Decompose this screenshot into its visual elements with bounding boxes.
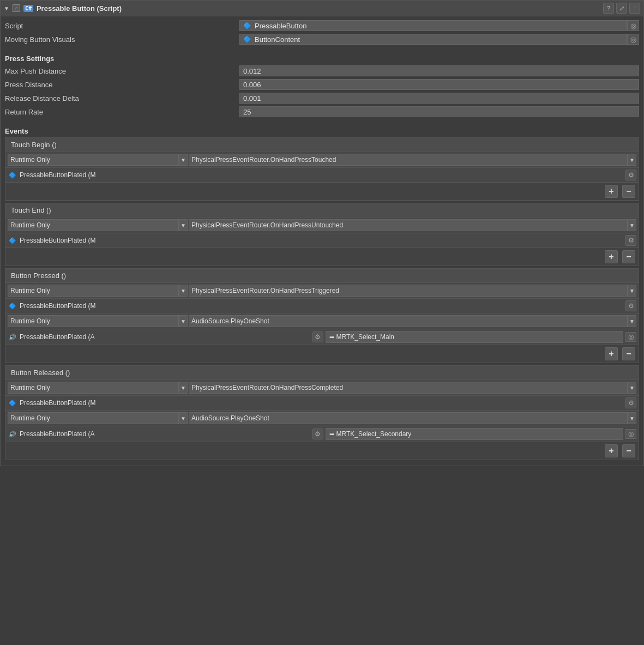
button-pressed-obj-name2: PressableButtonPlated (A xyxy=(20,333,310,341)
button-released-asset-name: MRTK_Select_Secondary xyxy=(336,430,412,438)
button-pressed-left-arrow2: ▼ xyxy=(179,315,188,327)
max-push-distance-row: Max Push Distance 0.012 xyxy=(5,65,639,77)
button-pressed-right-arrow1: ▼ xyxy=(628,285,636,297)
button-pressed-audio-row: 🔊 PressableButtonPlated (A ⚙ ➡ MRTK_Sele… xyxy=(5,329,639,345)
button-released-asset-arrow-icon: ➡ xyxy=(329,431,334,438)
button-released-audio-row: 🔊 PressableButtonPlated (A ⚙ ➡ MRTK_Sele… xyxy=(5,426,639,442)
cs-badge: C# xyxy=(23,5,33,12)
button-pressed-left-select1[interactable]: Runtime Only xyxy=(8,285,179,297)
button-released-asset-gear[interactable]: ◎ xyxy=(625,429,636,439)
component-header: ▼ ✓ C# Pressable Button (Script) ? ⤢ ⋮ xyxy=(1,1,643,16)
button-released-title: Button Released () xyxy=(5,366,639,380)
press-distance-row: Press Distance 0.006 xyxy=(5,79,639,91)
resize-icon[interactable]: ⤢ xyxy=(616,3,627,14)
moving-visuals-value: 🔷 ButtonContent xyxy=(239,34,627,45)
button-pressed-obj-gear2[interactable]: ⚙ xyxy=(312,331,323,342)
button-released-minus-btn[interactable]: − xyxy=(622,444,635,457)
button-pressed-asset-arrow-icon: ➡ xyxy=(329,334,334,341)
touch-begin-left-arrow: ▼ xyxy=(179,154,188,166)
button-pressed-asset-gear[interactable]: ◎ xyxy=(625,332,636,342)
press-settings-header: Press Settings xyxy=(5,55,639,63)
button-released-right-select2[interactable]: AudioSource.PlayOneShot xyxy=(189,412,628,424)
button-pressed-right-select2[interactable]: AudioSource.PlayOneShot xyxy=(189,315,628,327)
button-released-left-arrow2: ▼ xyxy=(179,412,188,424)
touch-begin-obj-name: PressableButtonPlated (M xyxy=(20,171,623,179)
button-pressed-audio-asset: ➡ MRTK_Select_Main xyxy=(326,331,624,343)
touch-begin-minus-btn[interactable]: − xyxy=(622,185,635,198)
return-rate-label: Return Rate xyxy=(5,108,239,116)
button-released-group: Button Released () Runtime Only ▼ Physic… xyxy=(5,365,639,460)
button-released-dropdown-row1: Runtime Only ▼ PhysicalPressEventRouter.… xyxy=(5,380,639,396)
help-icon[interactable]: ? xyxy=(603,3,614,14)
button-pressed-audio-icon: 🔊 xyxy=(8,332,17,342)
max-push-distance-value[interactable]: 0.012 xyxy=(239,65,639,76)
button-pressed-asset-name: MRTK_Select_Main xyxy=(336,333,395,341)
touch-begin-right-dropdown: PhysicalPressEventRouter.OnHandPressTouc… xyxy=(189,154,636,166)
button-released-obj-icon1: 🔷 xyxy=(8,398,17,408)
moving-visuals-target-icon[interactable]: ◎ xyxy=(627,34,639,45)
touch-begin-right-select[interactable]: PhysicalPressEventRouter.OnHandPressTouc… xyxy=(189,154,628,166)
component-panel: ▼ ✓ C# Pressable Button (Script) ? ⤢ ⋮ S… xyxy=(0,0,644,466)
touch-end-plus-btn[interactable]: + xyxy=(605,250,618,263)
release-distance-row: Release Distance Delta 0.001 xyxy=(5,92,639,104)
button-pressed-left-select2[interactable]: Runtime Only xyxy=(8,315,179,327)
enabled-checkbox[interactable]: ✓ xyxy=(13,4,20,12)
touch-begin-title: Touch Begin () xyxy=(5,138,639,152)
script-value: 🔷 PressableButton xyxy=(239,20,627,31)
collapse-arrow[interactable]: ▼ xyxy=(4,5,9,11)
button-released-footer: + − xyxy=(5,442,639,460)
moving-visuals-row: Moving Button Visuals 🔷 ButtonContent ◎ xyxy=(5,33,639,45)
touch-begin-dropdown-row: Runtime Only ▼ PhysicalPressEventRouter.… xyxy=(5,152,639,168)
script-target-icon[interactable]: ◎ xyxy=(627,20,639,31)
button-pressed-minus-btn[interactable]: − xyxy=(622,347,635,360)
button-released-obj-name1: PressableButtonPlated (M xyxy=(20,399,623,407)
touch-begin-right-arrow: ▼ xyxy=(628,154,636,166)
max-push-distance-label: Max Push Distance xyxy=(5,67,239,75)
button-pressed-right-select1[interactable]: PhysicalPressEventRouter.OnHandPressTrig… xyxy=(189,285,628,297)
touch-end-obj-gear[interactable]: ⚙ xyxy=(625,235,636,246)
touch-end-left-select[interactable]: Runtime Only xyxy=(8,219,179,231)
touch-end-title: Touch End () xyxy=(5,203,639,218)
button-released-left-select2[interactable]: Runtime Only xyxy=(8,412,179,424)
touch-begin-left-select[interactable]: Runtime Only xyxy=(8,154,179,166)
script-cs-icon: 🔷 xyxy=(243,22,251,29)
release-distance-label: Release Distance Delta xyxy=(5,94,239,103)
press-distance-value[interactable]: 0.006 xyxy=(239,79,639,90)
button-released-object-row1: 🔷 PressableButtonPlated (M ⚙ xyxy=(5,396,639,411)
button-released-dropdown-row2: Runtime Only ▼ AudioSource.PlayOneShot ▼ xyxy=(5,411,639,426)
button-released-plus-btn[interactable]: + xyxy=(605,444,618,457)
button-released-right-arrow2: ▼ xyxy=(628,412,636,424)
button-pressed-left-dropdown2: Runtime Only ▼ xyxy=(8,315,188,327)
button-released-audio-asset: ➡ MRTK_Select_Secondary xyxy=(326,428,624,440)
touch-end-footer: + − xyxy=(5,248,639,266)
button-pressed-right-arrow2: ▼ xyxy=(628,315,636,327)
button-released-left-dropdown1: Runtime Only ▼ xyxy=(8,382,188,394)
touch-begin-obj-icon: 🔷 xyxy=(8,170,17,180)
button-pressed-obj-icon1: 🔷 xyxy=(8,301,17,311)
touch-begin-obj-gear[interactable]: ⚙ xyxy=(625,170,636,180)
button-pressed-obj-gear1[interactable]: ⚙ xyxy=(625,300,636,311)
button-pressed-group: Button Pressed () Runtime Only ▼ Physica… xyxy=(5,268,639,363)
touch-end-obj-icon: 🔷 xyxy=(8,236,17,245)
button-pressed-left-dropdown1: Runtime Only ▼ xyxy=(8,285,188,297)
touch-end-right-dropdown: PhysicalPressEventRouter.OnHandPressUnto… xyxy=(189,219,636,231)
separator-1 xyxy=(5,47,639,50)
touch-end-left-arrow: ▼ xyxy=(179,219,188,231)
component-content: Script 🔷 PressableButton ◎ Moving Button… xyxy=(1,16,643,466)
touch-end-right-select[interactable]: PhysicalPressEventRouter.OnHandPressUnto… xyxy=(189,219,628,231)
button-released-left-dropdown2: Runtime Only ▼ xyxy=(8,412,188,424)
return-rate-value[interactable]: 25 xyxy=(239,106,639,117)
release-distance-value[interactable]: 0.001 xyxy=(239,93,639,104)
touch-begin-plus-btn[interactable]: + xyxy=(605,185,618,198)
button-pressed-dropdown-row2: Runtime Only ▼ AudioSource.PlayOneShot ▼ xyxy=(5,314,639,329)
button-released-obj-gear2[interactable]: ⚙ xyxy=(312,429,323,439)
menu-icon[interactable]: ⋮ xyxy=(629,3,640,14)
button-released-audio-icon: 🔊 xyxy=(8,429,17,439)
button-pressed-plus-btn[interactable]: + xyxy=(605,347,618,360)
button-released-obj-name2: PressableButtonPlated (A xyxy=(20,430,310,438)
button-released-left-select1[interactable]: Runtime Only xyxy=(8,382,179,394)
touch-end-minus-btn[interactable]: − xyxy=(622,250,635,263)
button-released-obj-gear1[interactable]: ⚙ xyxy=(625,397,636,408)
button-released-right-select1[interactable]: PhysicalPressEventRouter.OnHandPressComp… xyxy=(189,382,628,394)
button-pressed-right-dropdown1: PhysicalPressEventRouter.OnHandPressTrig… xyxy=(189,285,636,297)
